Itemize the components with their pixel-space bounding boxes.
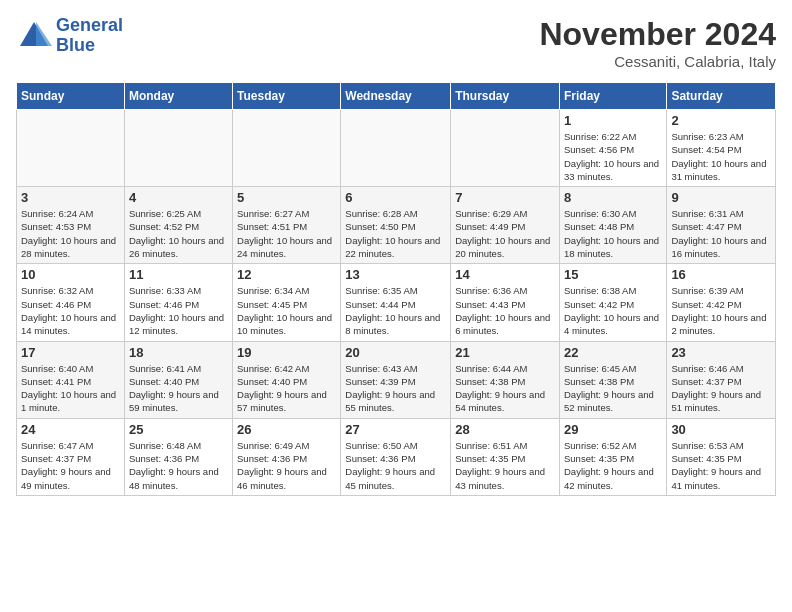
day-number: 27: [345, 422, 446, 437]
table-row: 30Sunrise: 6:53 AM Sunset: 4:35 PM Dayli…: [667, 418, 776, 495]
day-number: 29: [564, 422, 662, 437]
table-row: 1Sunrise: 6:22 AM Sunset: 4:56 PM Daylig…: [559, 110, 666, 187]
day-number: 19: [237, 345, 336, 360]
day-number: 12: [237, 267, 336, 282]
day-info: Sunrise: 6:43 AM Sunset: 4:39 PM Dayligh…: [345, 362, 446, 415]
calendar-row: 24Sunrise: 6:47 AM Sunset: 4:37 PM Dayli…: [17, 418, 776, 495]
table-row: [451, 110, 560, 187]
col-wednesday: Wednesday: [341, 83, 451, 110]
table-row: 28Sunrise: 6:51 AM Sunset: 4:35 PM Dayli…: [451, 418, 560, 495]
col-friday: Friday: [559, 83, 666, 110]
day-number: 10: [21, 267, 120, 282]
day-number: 9: [671, 190, 771, 205]
day-number: 28: [455, 422, 555, 437]
day-info: Sunrise: 6:27 AM Sunset: 4:51 PM Dayligh…: [237, 207, 336, 260]
day-number: 11: [129, 267, 228, 282]
day-info: Sunrise: 6:38 AM Sunset: 4:42 PM Dayligh…: [564, 284, 662, 337]
table-row: 7Sunrise: 6:29 AM Sunset: 4:49 PM Daylig…: [451, 187, 560, 264]
day-number: 20: [345, 345, 446, 360]
day-info: Sunrise: 6:35 AM Sunset: 4:44 PM Dayligh…: [345, 284, 446, 337]
day-info: Sunrise: 6:45 AM Sunset: 4:38 PM Dayligh…: [564, 362, 662, 415]
day-info: Sunrise: 6:32 AM Sunset: 4:46 PM Dayligh…: [21, 284, 120, 337]
day-info: Sunrise: 6:29 AM Sunset: 4:49 PM Dayligh…: [455, 207, 555, 260]
day-info: Sunrise: 6:33 AM Sunset: 4:46 PM Dayligh…: [129, 284, 228, 337]
title-area: November 2024 Cessaniti, Calabria, Italy: [539, 16, 776, 70]
day-number: 14: [455, 267, 555, 282]
day-info: Sunrise: 6:47 AM Sunset: 4:37 PM Dayligh…: [21, 439, 120, 492]
table-row: 20Sunrise: 6:43 AM Sunset: 4:39 PM Dayli…: [341, 341, 451, 418]
day-info: Sunrise: 6:46 AM Sunset: 4:37 PM Dayligh…: [671, 362, 771, 415]
day-number: 18: [129, 345, 228, 360]
table-row: 19Sunrise: 6:42 AM Sunset: 4:40 PM Dayli…: [233, 341, 341, 418]
day-info: Sunrise: 6:40 AM Sunset: 4:41 PM Dayligh…: [21, 362, 120, 415]
table-row: 27Sunrise: 6:50 AM Sunset: 4:36 PM Dayli…: [341, 418, 451, 495]
day-number: 16: [671, 267, 771, 282]
col-thursday: Thursday: [451, 83, 560, 110]
table-row: [17, 110, 125, 187]
calendar-table: Sunday Monday Tuesday Wednesday Thursday…: [16, 82, 776, 496]
day-info: Sunrise: 6:36 AM Sunset: 4:43 PM Dayligh…: [455, 284, 555, 337]
day-info: Sunrise: 6:25 AM Sunset: 4:52 PM Dayligh…: [129, 207, 228, 260]
day-number: 6: [345, 190, 446, 205]
table-row: 4Sunrise: 6:25 AM Sunset: 4:52 PM Daylig…: [124, 187, 232, 264]
logo-text: General Blue: [56, 16, 123, 56]
day-number: 23: [671, 345, 771, 360]
table-row: 25Sunrise: 6:48 AM Sunset: 4:36 PM Dayli…: [124, 418, 232, 495]
table-row: 12Sunrise: 6:34 AM Sunset: 4:45 PM Dayli…: [233, 264, 341, 341]
day-info: Sunrise: 6:42 AM Sunset: 4:40 PM Dayligh…: [237, 362, 336, 415]
table-row: [341, 110, 451, 187]
day-number: 5: [237, 190, 336, 205]
day-info: Sunrise: 6:30 AM Sunset: 4:48 PM Dayligh…: [564, 207, 662, 260]
svg-marker-2: [36, 22, 52, 46]
day-info: Sunrise: 6:44 AM Sunset: 4:38 PM Dayligh…: [455, 362, 555, 415]
calendar-row: 10Sunrise: 6:32 AM Sunset: 4:46 PM Dayli…: [17, 264, 776, 341]
day-info: Sunrise: 6:41 AM Sunset: 4:40 PM Dayligh…: [129, 362, 228, 415]
col-saturday: Saturday: [667, 83, 776, 110]
day-info: Sunrise: 6:49 AM Sunset: 4:36 PM Dayligh…: [237, 439, 336, 492]
day-number: 8: [564, 190, 662, 205]
day-info: Sunrise: 6:24 AM Sunset: 4:53 PM Dayligh…: [21, 207, 120, 260]
table-row: 24Sunrise: 6:47 AM Sunset: 4:37 PM Dayli…: [17, 418, 125, 495]
table-row: 16Sunrise: 6:39 AM Sunset: 4:42 PM Dayli…: [667, 264, 776, 341]
subtitle: Cessaniti, Calabria, Italy: [539, 53, 776, 70]
table-row: 10Sunrise: 6:32 AM Sunset: 4:46 PM Dayli…: [17, 264, 125, 341]
calendar-row: 1Sunrise: 6:22 AM Sunset: 4:56 PM Daylig…: [17, 110, 776, 187]
day-info: Sunrise: 6:50 AM Sunset: 4:36 PM Dayligh…: [345, 439, 446, 492]
day-info: Sunrise: 6:53 AM Sunset: 4:35 PM Dayligh…: [671, 439, 771, 492]
logo: General Blue: [16, 16, 123, 56]
day-info: Sunrise: 6:22 AM Sunset: 4:56 PM Dayligh…: [564, 130, 662, 183]
day-number: 13: [345, 267, 446, 282]
table-row: 14Sunrise: 6:36 AM Sunset: 4:43 PM Dayli…: [451, 264, 560, 341]
table-row: 17Sunrise: 6:40 AM Sunset: 4:41 PM Dayli…: [17, 341, 125, 418]
day-number: 2: [671, 113, 771, 128]
calendar-header-row: Sunday Monday Tuesday Wednesday Thursday…: [17, 83, 776, 110]
day-info: Sunrise: 6:23 AM Sunset: 4:54 PM Dayligh…: [671, 130, 771, 183]
calendar-row: 17Sunrise: 6:40 AM Sunset: 4:41 PM Dayli…: [17, 341, 776, 418]
day-number: 26: [237, 422, 336, 437]
table-row: 21Sunrise: 6:44 AM Sunset: 4:38 PM Dayli…: [451, 341, 560, 418]
day-info: Sunrise: 6:51 AM Sunset: 4:35 PM Dayligh…: [455, 439, 555, 492]
table-row: 3Sunrise: 6:24 AM Sunset: 4:53 PM Daylig…: [17, 187, 125, 264]
table-row: 22Sunrise: 6:45 AM Sunset: 4:38 PM Dayli…: [559, 341, 666, 418]
month-title: November 2024: [539, 16, 776, 53]
table-row: 2Sunrise: 6:23 AM Sunset: 4:54 PM Daylig…: [667, 110, 776, 187]
day-number: 22: [564, 345, 662, 360]
table-row: 29Sunrise: 6:52 AM Sunset: 4:35 PM Dayli…: [559, 418, 666, 495]
table-row: 23Sunrise: 6:46 AM Sunset: 4:37 PM Dayli…: [667, 341, 776, 418]
table-row: 5Sunrise: 6:27 AM Sunset: 4:51 PM Daylig…: [233, 187, 341, 264]
day-info: Sunrise: 6:31 AM Sunset: 4:47 PM Dayligh…: [671, 207, 771, 260]
day-number: 15: [564, 267, 662, 282]
table-row: 6Sunrise: 6:28 AM Sunset: 4:50 PM Daylig…: [341, 187, 451, 264]
day-number: 30: [671, 422, 771, 437]
day-number: 3: [21, 190, 120, 205]
table-row: 26Sunrise: 6:49 AM Sunset: 4:36 PM Dayli…: [233, 418, 341, 495]
logo-icon: [16, 18, 52, 54]
day-number: 7: [455, 190, 555, 205]
table-row: 11Sunrise: 6:33 AM Sunset: 4:46 PM Dayli…: [124, 264, 232, 341]
day-info: Sunrise: 6:34 AM Sunset: 4:45 PM Dayligh…: [237, 284, 336, 337]
table-row: 9Sunrise: 6:31 AM Sunset: 4:47 PM Daylig…: [667, 187, 776, 264]
table-row: 15Sunrise: 6:38 AM Sunset: 4:42 PM Dayli…: [559, 264, 666, 341]
day-number: 25: [129, 422, 228, 437]
table-row: 13Sunrise: 6:35 AM Sunset: 4:44 PM Dayli…: [341, 264, 451, 341]
header: General Blue November 2024 Cessaniti, Ca…: [16, 16, 776, 70]
